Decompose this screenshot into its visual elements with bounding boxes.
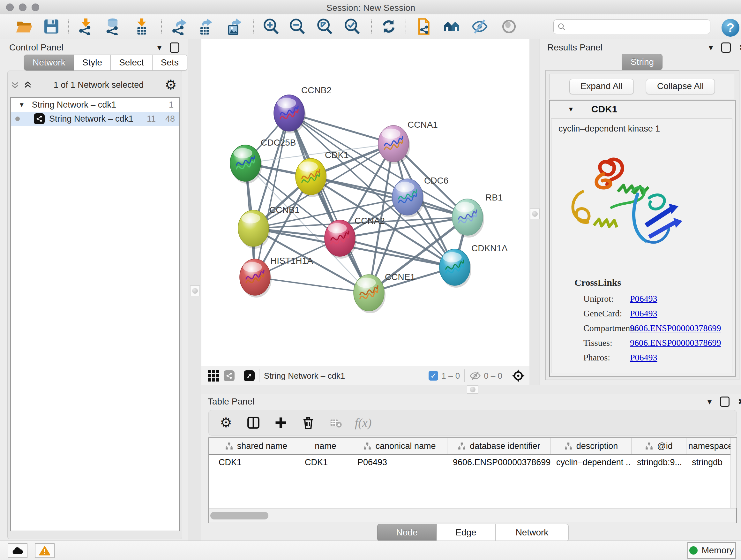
results-panel: Results Panel ▾ ✖ String Expand All Coll…	[540, 39, 741, 385]
left-splitter[interactable]	[188, 39, 201, 541]
results-panel-header-icons: ▾ ✖	[709, 43, 741, 53]
collection-expand-icon[interactable]: ▼	[18, 101, 25, 109]
import-network-button[interactable]	[76, 16, 96, 37]
zoom-out-button[interactable]	[287, 16, 307, 37]
zoom-fit-button[interactable]	[314, 16, 335, 37]
panel-menu-icon[interactable]: ▾	[708, 397, 712, 407]
refresh-button[interactable]	[379, 16, 399, 37]
column-header-description[interactable]: description	[550, 438, 631, 454]
crosslink-link[interactable]: P06493	[630, 294, 657, 304]
right-splitter-handle[interactable]	[530, 208, 540, 219]
network-row[interactable]: String Network – cdk1 11 48	[11, 112, 179, 126]
scrollbar-thumb[interactable]	[210, 512, 268, 519]
panel-close-icon[interactable]: ✖	[738, 397, 741, 407]
table-horizontal-scrollbar[interactable]	[209, 508, 736, 523]
tab-edge-table[interactable]: Edge Table	[436, 524, 495, 541]
cell-database-identifier: 9606.ENSP00000378699	[447, 455, 550, 470]
network-share-icon[interactable]	[224, 370, 234, 381]
network-node-cdkn1a[interactable]: CDKN1A	[440, 243, 508, 288]
open-in-new-window-icon[interactable]	[244, 370, 255, 381]
tab-sets[interactable]: Sets	[152, 55, 187, 71]
gear-icon[interactable]: ⚙	[165, 78, 177, 91]
network-label: String Network – cdk1	[49, 114, 133, 124]
open-session-button[interactable]	[14, 16, 35, 37]
panel-float-icon[interactable]	[720, 396, 730, 407]
tab-node-table[interactable]: Node Table	[377, 524, 436, 541]
panel-float-icon[interactable]	[721, 43, 731, 53]
column-header-canonical-name[interactable]: canonical name	[352, 438, 447, 454]
right-splitter[interactable]	[529, 39, 540, 385]
save-session-button[interactable]	[41, 16, 62, 37]
zoom-selected-button[interactable]	[342, 16, 362, 37]
function-builder-icon[interactable]: f(x)	[355, 415, 372, 431]
search-box[interactable]	[553, 19, 711, 34]
crosslink-link[interactable]: P06493	[630, 353, 657, 363]
gene-section-header[interactable]: ▼ CDK1	[550, 101, 735, 118]
export-network-button[interactable]	[169, 16, 189, 37]
first-neighbors-button[interactable]	[441, 16, 462, 37]
horizontal-splitter[interactable]	[201, 385, 741, 394]
network-node-rb1[interactable]: RB1	[452, 192, 502, 238]
delete-table-icon[interactable]	[327, 415, 344, 431]
import-table-button[interactable]	[131, 16, 152, 37]
network-canvas[interactable]: CCNB2CCNA1CDC25BCDK1CDC6RB1CCNB1CCNA2CDK…	[201, 39, 529, 366]
panel-float-icon[interactable]	[170, 43, 179, 53]
tab-string[interactable]: String	[622, 54, 663, 70]
tab-network[interactable]: Network	[24, 55, 74, 71]
network-node-cdc6[interactable]: CDC6	[392, 176, 448, 217]
crosslink-link[interactable]: 9606.ENSP00000378699	[630, 323, 721, 333]
zoom-in-button[interactable]	[261, 16, 281, 37]
warnings-button[interactable]	[35, 543, 55, 558]
column-header-id[interactable]: @id	[631, 438, 686, 454]
show-all-button[interactable]	[499, 16, 519, 37]
network-view-statusbar: String Network – cdk1 ✓ 1 – 0 0 – 0	[201, 366, 529, 385]
panel-close-icon[interactable]: ✖	[739, 43, 741, 53]
table-vertical-scrollbar[interactable]	[731, 438, 737, 508]
export-image-button[interactable]	[224, 16, 244, 37]
column-header-shared-name[interactable]: shared name	[213, 438, 299, 454]
network-selection-status: 1 of 1 Network selected	[32, 80, 165, 90]
collapse-all-button[interactable]: Collapse All	[646, 79, 715, 94]
network-edge[interactable]	[289, 113, 369, 293]
panel-menu-icon[interactable]: ▾	[709, 43, 713, 53]
section-collapse-icon[interactable]: ▼	[568, 106, 574, 113]
crosslink-link[interactable]: P06493	[630, 308, 657, 319]
memory-button[interactable]: Memory	[687, 542, 736, 559]
show-columns-icon[interactable]	[245, 415, 262, 431]
table-row[interactable]: CDK1 CDK1 P06493 9606.ENSP00000378699 cy…	[209, 455, 736, 470]
left-splitter-handle[interactable]	[190, 286, 200, 296]
add-column-icon[interactable]	[273, 415, 289, 431]
crosslink-row: GeneCard:	[583, 308, 622, 319]
tab-style[interactable]: Style	[74, 55, 111, 71]
cloud-services-button[interactable]	[8, 543, 27, 558]
import-network-icon	[77, 18, 94, 35]
network-edge[interactable]	[255, 277, 369, 293]
crosslink-link[interactable]: 9606.ENSP00000378699	[630, 338, 721, 348]
table-settings-gear-icon[interactable]: ⚙	[218, 415, 234, 431]
help-button[interactable]: ?	[722, 19, 739, 37]
column-header-name[interactable]: name	[299, 438, 352, 454]
tab-network-table[interactable]: Network Table	[495, 524, 569, 541]
export-table-button[interactable]	[195, 16, 215, 37]
network-node-ccne1[interactable]: CCNE1	[354, 272, 415, 313]
birdseye-grid-icon[interactable]	[208, 370, 219, 381]
search-input[interactable]	[566, 22, 704, 32]
tab-select[interactable]: Select	[111, 55, 152, 71]
expand-all-button[interactable]: Expand All	[569, 79, 634, 94]
collapse-all-icon[interactable]	[10, 80, 20, 90]
network-node-hist1h1a[interactable]: HIST1H1A	[240, 256, 313, 298]
expand-all-icon[interactable]	[23, 80, 32, 90]
node-label: CDC6	[424, 176, 448, 186]
horizontal-splitter-handle[interactable]	[467, 385, 478, 394]
birdseye-toggle-icon[interactable]	[512, 369, 525, 382]
network-collection-row[interactable]: ▼ String Network – cdk1 1	[11, 98, 179, 112]
import-network-from-database-button[interactable]	[103, 16, 123, 37]
column-header-namespace[interactable]: namespace	[686, 438, 731, 454]
column-header-database-identifier[interactable]: database identifier	[447, 438, 550, 454]
hide-selected-button[interactable]	[469, 16, 490, 37]
selected-checkbox-icon[interactable]: ✓	[428, 371, 438, 381]
panel-menu-icon[interactable]: ▾	[157, 43, 161, 53]
delete-column-icon[interactable]	[300, 415, 317, 431]
network-graph[interactable]: CCNB2CCNA1CDC25BCDK1CDC6RB1CCNB1CCNA2CDK…	[201, 39, 529, 366]
import-file-to-network-button[interactable]	[414, 16, 434, 37]
